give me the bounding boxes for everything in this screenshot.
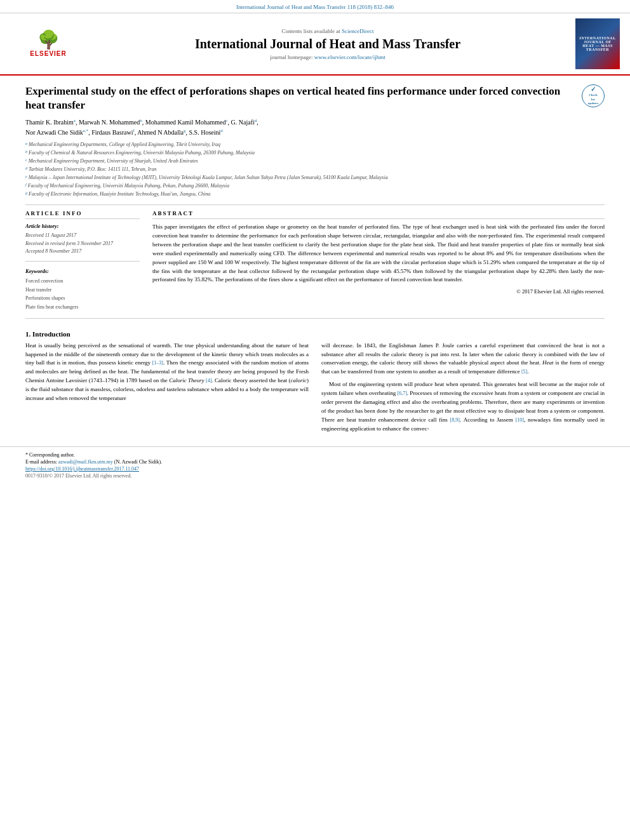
heat-italic: Heat bbox=[542, 359, 554, 366]
divider-1 bbox=[25, 204, 605, 205]
affiliations: aMechanical Engineering Departments, Col… bbox=[25, 141, 605, 198]
cite-5[interactable]: [5] bbox=[521, 369, 527, 375]
intro-left-col: Heat is usually being perceived as the s… bbox=[25, 342, 309, 437]
author-sup-e: e,* bbox=[83, 128, 88, 133]
affil-text-a: Mechanical Engineering Departments, Coll… bbox=[29, 141, 220, 149]
affil-sup-a: a bbox=[25, 141, 27, 149]
keyword-4: Plate fins heat exchangers bbox=[25, 303, 140, 312]
accepted-date: Accepted 8 November 2017 bbox=[25, 248, 140, 256]
affil-b: bFaculty of Chemical & Natural Resources… bbox=[25, 149, 605, 157]
keyword-2: Heat transfer bbox=[25, 286, 140, 295]
divider-2 bbox=[25, 318, 605, 319]
affil-a: aMechanical Engineering Departments, Col… bbox=[25, 141, 605, 149]
author-sup-g: g bbox=[184, 128, 186, 133]
intro-para-right-1: will decrease. In 1843, the Englishman J… bbox=[321, 342, 605, 377]
author-sup-b: b bbox=[140, 118, 142, 123]
author-marwah: Marwah N. Mohammed bbox=[79, 119, 140, 126]
page: International Journal of Heat and Mass T… bbox=[0, 0, 630, 840]
keyword-1: Forced convection bbox=[25, 277, 140, 286]
email-label: E-mail address: bbox=[25, 459, 57, 465]
elsevier-logo-area: 🌳 ELSEVIER bbox=[10, 31, 86, 57]
affil-f: fFaculty of Mechanical Engineering, Univ… bbox=[25, 182, 605, 190]
indent-span: Most of the engineering system will prod… bbox=[321, 380, 605, 434]
sciencedirect-anchor[interactable]: ScienceDirect bbox=[342, 28, 373, 34]
affil-c: cMechanical Engineering Department, Univ… bbox=[25, 157, 605, 165]
author-sup-a: a bbox=[74, 118, 76, 123]
intro-para-right-2: Most of the engineering system will prod… bbox=[321, 380, 605, 434]
contents-text: Contents lists available at bbox=[282, 28, 340, 34]
sciencedirect-link[interactable]: Contents lists available at ScienceDirec… bbox=[86, 28, 569, 34]
author-firdaus: Firdaus Basrawi bbox=[91, 129, 133, 136]
affil-text-f: Faculty of Mechanical Engineering, Unive… bbox=[28, 182, 229, 190]
intro-right-col: will decrease. In 1843, the Englishman J… bbox=[321, 342, 605, 437]
cite-1-3[interactable]: [1–3] bbox=[152, 360, 163, 366]
cite-8-9[interactable]: [8,9] bbox=[450, 417, 460, 423]
journal-title: International Journal of Heat and Mass T… bbox=[86, 37, 569, 51]
corresponding-author-note: * Corresponding author. bbox=[25, 452, 605, 458]
email-link[interactable]: azwadi@mail.fkm.utm.my bbox=[58, 459, 113, 465]
affil-e: eMalaysia – Japan International Institut… bbox=[25, 174, 605, 182]
author-azwadi: Nor Azwadi Che Sidik bbox=[25, 129, 83, 136]
affil-text-d: Tarbiat Modares University, P.O. Box: 14… bbox=[29, 166, 156, 173]
journal-header-right: INTERNATIONALJOURNAL OFHEAT — MASSTRANSF… bbox=[569, 18, 620, 69]
article-title-row: Experimental study on the effect of perf… bbox=[25, 84, 605, 112]
corresponding-author-label: * Corresponding author. bbox=[25, 452, 75, 458]
intro-heading: 1. Introduction bbox=[25, 330, 605, 338]
caloric-italic: caloric bbox=[291, 377, 307, 383]
journal-header-center: Contents lists available at ScienceDirec… bbox=[86, 28, 569, 60]
history-label: Article history: bbox=[25, 223, 140, 229]
body-area: 1. Introduction Heat is usually being pe… bbox=[0, 324, 630, 444]
footer-area: * Corresponding author. E-mail address: … bbox=[0, 446, 630, 483]
keywords-label: Keywords: bbox=[25, 268, 140, 274]
elsevier-logo: 🌳 ELSEVIER bbox=[10, 31, 86, 57]
intro-para-left: Heat is usually being perceived as the s… bbox=[25, 342, 309, 404]
checkmark-icon: ✓ bbox=[591, 86, 596, 93]
caloric-theory-italic: Caloric Theory bbox=[169, 377, 204, 383]
keyword-3: Perforations shapes bbox=[25, 294, 140, 303]
affil-sup-e: e bbox=[25, 174, 27, 182]
article-info-col: ARTICLE INFO Article history: Received 1… bbox=[25, 210, 140, 312]
journal-header: 🌳 ELSEVIER Contents lists available at S… bbox=[0, 13, 630, 76]
article-info-label: ARTICLE INFO bbox=[25, 210, 140, 219]
authors: Thamir K. Ibrahima, Marwah N. Mohammedb,… bbox=[25, 117, 605, 137]
homepage-label: journal homepage: bbox=[270, 54, 312, 60]
cite-4[interactable]: [4] bbox=[206, 378, 211, 383]
author-sup-d: d bbox=[255, 118, 257, 123]
affil-sup-f: f bbox=[25, 182, 27, 190]
abstract-text: This paper investigates the effect of pe… bbox=[152, 223, 605, 285]
article-area: Experimental study on the effect of perf… bbox=[0, 76, 630, 319]
cite-6-7[interactable]: [6,7] bbox=[397, 390, 406, 396]
affil-text-g: Faculty of Electronic Information, Huaiy… bbox=[29, 190, 210, 198]
elsevier-tree-icon: 🌳 bbox=[37, 31, 60, 49]
affil-sup-g: g bbox=[25, 190, 27, 198]
affil-sup-d: d bbox=[25, 166, 27, 173]
article-info-abstract: ARTICLE INFO Article history: Received 1… bbox=[25, 210, 605, 312]
affil-sup-b: b bbox=[25, 149, 27, 157]
journal-thumbnail: INTERNATIONALJOURNAL OFHEAT — MASSTRANSF… bbox=[575, 18, 620, 69]
intro-body: Heat is usually being perceived as the s… bbox=[25, 342, 605, 437]
author-ahmed: Ahmed N Abdalla bbox=[137, 129, 184, 136]
journal-homepage: journal homepage: www.elsevier.com/locat… bbox=[86, 54, 569, 60]
affil-sup-c: c bbox=[25, 157, 27, 165]
keywords-section: Keywords: Forced convection Heat transfe… bbox=[25, 268, 140, 311]
author-sup-d2: d bbox=[220, 128, 223, 133]
elsevier-text: ELSEVIER bbox=[30, 50, 66, 57]
doi-link[interactable]: https://doi.org/10.1016/j.ijheatmasstran… bbox=[25, 466, 605, 472]
email-person: (N. Azwadi Che Sidik). bbox=[114, 459, 162, 465]
top-bar: International Journal of Heat and Mass T… bbox=[0, 0, 630, 13]
author-thamir: Thamir K. Ibrahim bbox=[25, 119, 74, 126]
email-line: E-mail address: azwadi@mail.fkm.utm.my (… bbox=[25, 459, 605, 465]
affil-g: gFaculty of Electronic Information, Huai… bbox=[25, 190, 605, 198]
article-title-text: Experimental study on the effect of perf… bbox=[25, 84, 582, 112]
abstract-copyright: © 2017 Elsevier Ltd. All rights reserved… bbox=[152, 288, 605, 295]
issn-text: 0017-9310/© 2017 Elsevier Ltd. All right… bbox=[25, 473, 605, 479]
cite-10[interactable]: [10] bbox=[516, 417, 524, 423]
abstract-col: ABSTRACT This paper investigates the eff… bbox=[152, 210, 605, 312]
affil-text-e: Malaysia – Japan International Institute… bbox=[29, 174, 388, 182]
author-mohammed: Mohammed Kamil Mohammed bbox=[145, 119, 226, 126]
affil-d: dTarbiat Modares University, P.O. Box: 1… bbox=[25, 166, 605, 173]
affil-text-c: Mechanical Engineering Department, Unive… bbox=[29, 157, 198, 165]
homepage-url[interactable]: www.elsevier.com/locate/ijhmt bbox=[314, 54, 385, 60]
abstract-label: ABSTRACT bbox=[152, 210, 605, 219]
author-hoseini: S.S. Hoseini bbox=[189, 129, 221, 136]
